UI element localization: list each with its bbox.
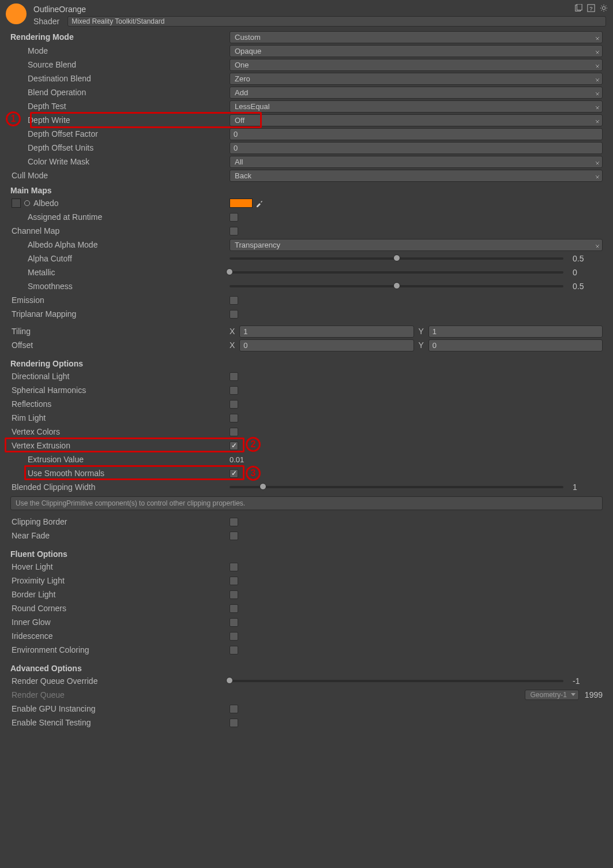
offset-y-label: Y [419, 341, 424, 350]
assigned-at-runtime-checkbox[interactable] [230, 213, 238, 222]
emission-label: Emission [10, 295, 230, 305]
environment-coloring-label: Environment Coloring [10, 645, 230, 654]
extrusion-value-label: Extrusion Value [10, 455, 230, 464]
color-write-mask-value: All [235, 158, 243, 166]
environment-coloring-checkbox[interactable] [230, 646, 238, 654]
help-icon[interactable]: ? [586, 3, 596, 13]
vertex-colors-checkbox[interactable] [230, 428, 238, 436]
depth-offset-units-value: 0 [234, 144, 238, 152]
border-light-checkbox[interactable] [230, 590, 238, 599]
metallic-value[interactable]: 0 [570, 268, 603, 277]
round-corners-checkbox[interactable] [230, 604, 238, 613]
blended-clipping-width-slider[interactable] [230, 486, 563, 488]
alpha-cutoff-slider[interactable] [230, 257, 563, 260]
spherical-harmonics-label: Spherical Harmonics [10, 386, 230, 395]
border-light-label: Border Light [10, 590, 230, 599]
tiling-x-input[interactable]: 1 [239, 326, 413, 338]
render-queue-dropdown[interactable]: Geometry-1 [525, 690, 578, 700]
metallic-label: Metallic [10, 268, 230, 277]
material-name: OutlineOrange [33, 3, 607, 14]
albedo-alpha-mode-label: Albedo Alpha Mode [10, 240, 230, 249]
main-maps-header: Main Maps [10, 182, 603, 196]
depth-offset-factor-input[interactable]: 0 [230, 128, 603, 140]
tiling-x-label: X [230, 327, 235, 336]
offset-y-input[interactable]: 0 [428, 339, 603, 351]
cull-mode-label: Cull Mode [10, 171, 230, 180]
albedo-texture-slot[interactable] [12, 199, 21, 208]
preset-icon[interactable] [574, 3, 583, 13]
proximity-light-label: Proximity Light [10, 576, 230, 585]
albedo-text: Albedo [33, 199, 59, 208]
smoothness-slider[interactable] [230, 285, 563, 287]
albedo-color-swatch[interactable] [230, 199, 253, 208]
mode-dropdown[interactable]: Opaque [230, 45, 603, 57]
use-smooth-normals-checkbox[interactable] [230, 469, 238, 478]
hover-light-label: Hover Light [10, 562, 230, 571]
gear-icon[interactable] [599, 3, 608, 13]
triplanar-mapping-checkbox[interactable] [230, 310, 238, 319]
depth-test-label: Depth Test [10, 102, 230, 111]
directional-light-checkbox[interactable] [230, 372, 238, 381]
tiling-y-input[interactable]: 1 [428, 326, 603, 338]
rendering-mode-value: Custom [235, 33, 261, 42]
vertex-extrusion-label: Vertex Extrusion [10, 441, 230, 450]
vertex-colors-label: Vertex Colors [10, 427, 230, 436]
extrusion-value[interactable]: 0.01 [230, 455, 244, 464]
metallic-slider[interactable] [230, 271, 563, 274]
color-write-mask-dropdown[interactable]: All [230, 156, 603, 168]
tiling-label: Tiling [10, 327, 230, 336]
rim-light-checkbox[interactable] [230, 414, 238, 422]
color-write-mask-label: Color Write Mask [10, 157, 230, 166]
cull-mode-value: Back [235, 171, 251, 180]
triplanar-mapping-label: Triplanar Mapping [10, 309, 230, 319]
albedo-texture-picker-icon[interactable] [24, 200, 30, 206]
smoothness-value[interactable]: 0.5 [570, 282, 603, 291]
mode-label: Mode [10, 46, 230, 55]
fluent-options-header: Fluent Options [10, 546, 603, 560]
hover-light-checkbox[interactable] [230, 563, 238, 571]
depth-offset-factor-label: Depth Offset Factor [10, 129, 230, 139]
vertex-extrusion-checkbox[interactable] [230, 442, 238, 450]
tiling-y-value: 1 [433, 327, 437, 336]
depth-offset-units-label: Depth Offset Units [10, 143, 230, 152]
channel-map-checkbox[interactable] [230, 227, 238, 235]
source-blend-dropdown[interactable]: One [230, 59, 603, 71]
eyedropper-icon[interactable] [255, 199, 264, 208]
blend-operation-dropdown[interactable]: Add [230, 87, 603, 99]
near-fade-checkbox[interactable] [230, 532, 238, 540]
offset-x-input[interactable]: 0 [239, 339, 413, 351]
rendering-mode-dropdown[interactable]: Custom [230, 31, 603, 43]
rendering-options-header: Rendering Options [10, 356, 603, 369]
emission-checkbox[interactable] [230, 296, 238, 305]
destination-blend-dropdown[interactable]: Zero [230, 73, 603, 85]
enable-gpu-instancing-checkbox[interactable] [230, 705, 238, 713]
iridescence-checkbox[interactable] [230, 632, 238, 641]
alpha-cutoff-value[interactable]: 0.5 [570, 254, 603, 263]
clipping-border-checkbox[interactable] [230, 518, 238, 526]
render-queue-override-value[interactable]: -1 [570, 676, 603, 686]
shader-dropdown[interactable]: Mixed Reality Toolkit/Standard [67, 16, 606, 27]
smoothness-label: Smoothness [10, 282, 230, 291]
proximity-light-checkbox[interactable] [230, 577, 238, 585]
render-queue-dropdown-value: Geometry-1 [530, 691, 566, 699]
shader-label: Shader [33, 17, 59, 26]
inner-glow-checkbox[interactable] [230, 618, 238, 627]
depth-test-dropdown[interactable]: LessEqual [230, 100, 603, 113]
offset-y-value: 0 [433, 341, 437, 350]
blended-clipping-width-value[interactable]: 1 [570, 482, 603, 492]
albedo-alpha-mode-dropdown[interactable]: Transparency [230, 239, 603, 251]
reflections-checkbox[interactable] [230, 400, 238, 409]
cull-mode-dropdown[interactable]: Back [230, 170, 603, 182]
depth-offset-units-input[interactable]: 0 [230, 142, 603, 154]
enable-stencil-testing-checkbox[interactable] [230, 719, 238, 727]
blend-operation-label: Blend Operation [10, 88, 230, 97]
offset-x-label: X [230, 341, 235, 350]
depth-test-value: LessEqual [235, 102, 270, 111]
depth-write-dropdown-left[interactable]: Off [230, 114, 603, 126]
rim-light-label: Rim Light [10, 413, 230, 422]
depth-write-value: Off [235, 116, 245, 125]
render-queue-override-slider[interactable] [230, 680, 563, 682]
tiling-y-label: Y [419, 327, 424, 336]
spherical-harmonics-checkbox[interactable] [230, 386, 238, 395]
render-queue-override-label: Render Queue Override [10, 676, 230, 686]
